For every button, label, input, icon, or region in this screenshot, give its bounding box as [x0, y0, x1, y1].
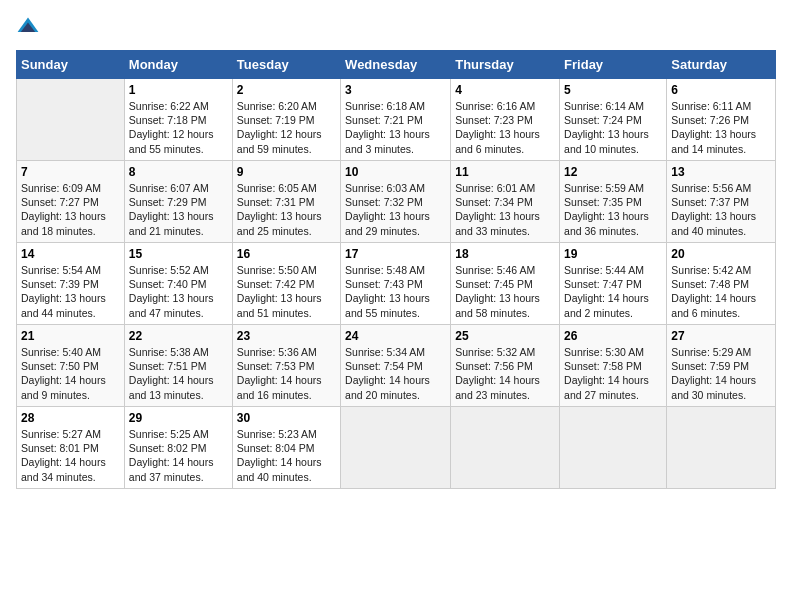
calendar-cell: 7Sunrise: 6:09 AM Sunset: 7:27 PM Daylig… — [17, 161, 125, 243]
day-number: 5 — [564, 83, 662, 97]
day-info: Sunrise: 5:34 AM Sunset: 7:54 PM Dayligh… — [345, 345, 446, 402]
calendar-cell — [341, 407, 451, 489]
day-info: Sunrise: 5:42 AM Sunset: 7:48 PM Dayligh… — [671, 263, 771, 320]
calendar-cell: 18Sunrise: 5:46 AM Sunset: 7:45 PM Dayli… — [451, 243, 560, 325]
calendar-cell: 5Sunrise: 6:14 AM Sunset: 7:24 PM Daylig… — [560, 79, 667, 161]
day-number: 21 — [21, 329, 120, 343]
day-info: Sunrise: 5:46 AM Sunset: 7:45 PM Dayligh… — [455, 263, 555, 320]
day-number: 30 — [237, 411, 336, 425]
day-number: 1 — [129, 83, 228, 97]
col-header-friday: Friday — [560, 51, 667, 79]
day-number: 16 — [237, 247, 336, 261]
day-number: 26 — [564, 329, 662, 343]
calendar-cell: 16Sunrise: 5:50 AM Sunset: 7:42 PM Dayli… — [232, 243, 340, 325]
calendar-cell: 8Sunrise: 6:07 AM Sunset: 7:29 PM Daylig… — [124, 161, 232, 243]
day-info: Sunrise: 5:44 AM Sunset: 7:47 PM Dayligh… — [564, 263, 662, 320]
day-info: Sunrise: 5:56 AM Sunset: 7:37 PM Dayligh… — [671, 181, 771, 238]
calendar-cell — [17, 79, 125, 161]
day-number: 9 — [237, 165, 336, 179]
calendar-cell: 13Sunrise: 5:56 AM Sunset: 7:37 PM Dayli… — [667, 161, 776, 243]
calendar-week-row: 21Sunrise: 5:40 AM Sunset: 7:50 PM Dayli… — [17, 325, 776, 407]
day-info: Sunrise: 5:59 AM Sunset: 7:35 PM Dayligh… — [564, 181, 662, 238]
day-number: 19 — [564, 247, 662, 261]
day-number: 6 — [671, 83, 771, 97]
calendar-cell: 21Sunrise: 5:40 AM Sunset: 7:50 PM Dayli… — [17, 325, 125, 407]
day-number: 10 — [345, 165, 446, 179]
day-info: Sunrise: 5:32 AM Sunset: 7:56 PM Dayligh… — [455, 345, 555, 402]
day-info: Sunrise: 5:48 AM Sunset: 7:43 PM Dayligh… — [345, 263, 446, 320]
calendar-week-row: 1Sunrise: 6:22 AM Sunset: 7:18 PM Daylig… — [17, 79, 776, 161]
page-header — [16, 16, 776, 40]
calendar-cell: 4Sunrise: 6:16 AM Sunset: 7:23 PM Daylig… — [451, 79, 560, 161]
calendar-cell: 9Sunrise: 6:05 AM Sunset: 7:31 PM Daylig… — [232, 161, 340, 243]
calendar-cell — [667, 407, 776, 489]
day-info: Sunrise: 5:23 AM Sunset: 8:04 PM Dayligh… — [237, 427, 336, 484]
day-number: 27 — [671, 329, 771, 343]
day-number: 20 — [671, 247, 771, 261]
calendar-week-row: 7Sunrise: 6:09 AM Sunset: 7:27 PM Daylig… — [17, 161, 776, 243]
day-info: Sunrise: 6:09 AM Sunset: 7:27 PM Dayligh… — [21, 181, 120, 238]
calendar-week-row: 28Sunrise: 5:27 AM Sunset: 8:01 PM Dayli… — [17, 407, 776, 489]
logo — [16, 16, 44, 40]
day-info: Sunrise: 6:16 AM Sunset: 7:23 PM Dayligh… — [455, 99, 555, 156]
day-number: 25 — [455, 329, 555, 343]
calendar-cell: 28Sunrise: 5:27 AM Sunset: 8:01 PM Dayli… — [17, 407, 125, 489]
day-info: Sunrise: 6:01 AM Sunset: 7:34 PM Dayligh… — [455, 181, 555, 238]
day-info: Sunrise: 5:30 AM Sunset: 7:58 PM Dayligh… — [564, 345, 662, 402]
day-info: Sunrise: 6:14 AM Sunset: 7:24 PM Dayligh… — [564, 99, 662, 156]
day-number: 14 — [21, 247, 120, 261]
calendar-cell: 22Sunrise: 5:38 AM Sunset: 7:51 PM Dayli… — [124, 325, 232, 407]
day-number: 17 — [345, 247, 446, 261]
calendar-cell: 3Sunrise: 6:18 AM Sunset: 7:21 PM Daylig… — [341, 79, 451, 161]
day-info: Sunrise: 5:38 AM Sunset: 7:51 PM Dayligh… — [129, 345, 228, 402]
day-info: Sunrise: 5:54 AM Sunset: 7:39 PM Dayligh… — [21, 263, 120, 320]
logo-icon — [16, 16, 40, 40]
calendar-cell: 11Sunrise: 6:01 AM Sunset: 7:34 PM Dayli… — [451, 161, 560, 243]
day-info: Sunrise: 6:03 AM Sunset: 7:32 PM Dayligh… — [345, 181, 446, 238]
calendar-cell: 25Sunrise: 5:32 AM Sunset: 7:56 PM Dayli… — [451, 325, 560, 407]
day-number: 12 — [564, 165, 662, 179]
day-info: Sunrise: 5:29 AM Sunset: 7:59 PM Dayligh… — [671, 345, 771, 402]
calendar-cell — [560, 407, 667, 489]
calendar-cell: 23Sunrise: 5:36 AM Sunset: 7:53 PM Dayli… — [232, 325, 340, 407]
day-info: Sunrise: 5:25 AM Sunset: 8:02 PM Dayligh… — [129, 427, 228, 484]
calendar-cell: 20Sunrise: 5:42 AM Sunset: 7:48 PM Dayli… — [667, 243, 776, 325]
day-info: Sunrise: 5:50 AM Sunset: 7:42 PM Dayligh… — [237, 263, 336, 320]
day-info: Sunrise: 6:20 AM Sunset: 7:19 PM Dayligh… — [237, 99, 336, 156]
day-info: Sunrise: 6:22 AM Sunset: 7:18 PM Dayligh… — [129, 99, 228, 156]
calendar-cell: 6Sunrise: 6:11 AM Sunset: 7:26 PM Daylig… — [667, 79, 776, 161]
calendar-week-row: 14Sunrise: 5:54 AM Sunset: 7:39 PM Dayli… — [17, 243, 776, 325]
calendar-cell: 29Sunrise: 5:25 AM Sunset: 8:02 PM Dayli… — [124, 407, 232, 489]
day-number: 7 — [21, 165, 120, 179]
day-number: 24 — [345, 329, 446, 343]
calendar-cell: 26Sunrise: 5:30 AM Sunset: 7:58 PM Dayli… — [560, 325, 667, 407]
day-number: 22 — [129, 329, 228, 343]
day-number: 3 — [345, 83, 446, 97]
calendar-cell: 1Sunrise: 6:22 AM Sunset: 7:18 PM Daylig… — [124, 79, 232, 161]
col-header-wednesday: Wednesday — [341, 51, 451, 79]
col-header-monday: Monday — [124, 51, 232, 79]
day-number: 11 — [455, 165, 555, 179]
calendar-cell: 17Sunrise: 5:48 AM Sunset: 7:43 PM Dayli… — [341, 243, 451, 325]
col-header-saturday: Saturday — [667, 51, 776, 79]
day-info: Sunrise: 6:05 AM Sunset: 7:31 PM Dayligh… — [237, 181, 336, 238]
calendar-cell: 10Sunrise: 6:03 AM Sunset: 7:32 PM Dayli… — [341, 161, 451, 243]
calendar-cell: 15Sunrise: 5:52 AM Sunset: 7:40 PM Dayli… — [124, 243, 232, 325]
day-number: 29 — [129, 411, 228, 425]
day-info: Sunrise: 6:11 AM Sunset: 7:26 PM Dayligh… — [671, 99, 771, 156]
calendar-cell — [451, 407, 560, 489]
day-info: Sunrise: 6:07 AM Sunset: 7:29 PM Dayligh… — [129, 181, 228, 238]
day-info: Sunrise: 5:27 AM Sunset: 8:01 PM Dayligh… — [21, 427, 120, 484]
day-number: 23 — [237, 329, 336, 343]
calendar-header: SundayMondayTuesdayWednesdayThursdayFrid… — [17, 51, 776, 79]
calendar-cell: 30Sunrise: 5:23 AM Sunset: 8:04 PM Dayli… — [232, 407, 340, 489]
col-header-sunday: Sunday — [17, 51, 125, 79]
day-number: 18 — [455, 247, 555, 261]
col-header-thursday: Thursday — [451, 51, 560, 79]
day-number: 4 — [455, 83, 555, 97]
calendar-cell: 12Sunrise: 5:59 AM Sunset: 7:35 PM Dayli… — [560, 161, 667, 243]
calendar-cell: 19Sunrise: 5:44 AM Sunset: 7:47 PM Dayli… — [560, 243, 667, 325]
day-info: Sunrise: 5:36 AM Sunset: 7:53 PM Dayligh… — [237, 345, 336, 402]
calendar-cell: 2Sunrise: 6:20 AM Sunset: 7:19 PM Daylig… — [232, 79, 340, 161]
day-info: Sunrise: 5:52 AM Sunset: 7:40 PM Dayligh… — [129, 263, 228, 320]
